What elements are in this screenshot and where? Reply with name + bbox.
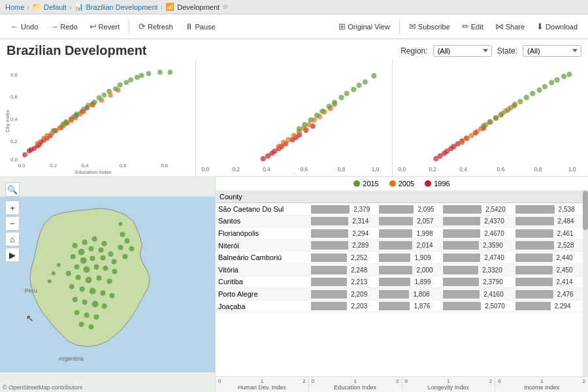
svg-text:0,0: 0,0 <box>10 157 18 163</box>
download-button[interactable]: ⬇ Download <box>531 19 583 34</box>
bar-cell-3: 2,294 <box>514 300 583 312</box>
footer-col-edu: 012 Education Index <box>309 377 402 392</box>
svg-point-30 <box>35 140 41 146</box>
svg-text:0,8: 0,8 <box>10 72 18 78</box>
svg-point-108 <box>363 79 368 84</box>
svg-point-191 <box>84 312 90 318</box>
title-filters-row: Brazilian Development Region: (All) Stat… <box>0 39 588 59</box>
state-label: State: <box>497 46 517 56</box>
svg-point-109 <box>372 73 377 78</box>
bar-cell-2: 2,3320 <box>442 263 514 276</box>
breadcrumb-default[interactable]: Default <box>44 3 67 11</box>
svg-point-181 <box>69 284 74 289</box>
bar-cell-1: 2,014 <box>378 239 442 252</box>
footer-label-lon: Longevity Index <box>405 384 493 391</box>
svg-point-55 <box>146 71 151 76</box>
svg-text:0,2: 0,2 <box>10 139 18 144</box>
svg-point-203 <box>118 222 122 226</box>
revert-button[interactable]: ↩ Revert <box>84 19 125 34</box>
favorite-icon[interactable]: ☆ <box>222 3 229 11</box>
table-row: Porto Alegre 2,209 1,808 2,4160 2,476 <box>216 288 583 301</box>
refresh-icon: ⟳ <box>139 22 146 31</box>
original-view-icon: ⊞ <box>338 22 346 31</box>
map-expand-button[interactable]: ▶ <box>5 248 20 262</box>
bar-cell-3: 2,440 <box>514 252 583 264</box>
bar-cell-3: 2,476 <box>514 288 583 301</box>
svg-point-183 <box>90 287 96 294</box>
subscribe-button[interactable]: ✉ Subscribe <box>404 19 455 34</box>
col-header-1 <box>310 191 378 203</box>
original-view-button[interactable]: ⊞ Original View <box>333 19 395 34</box>
svg-point-144 <box>530 91 535 96</box>
bar-cell-2: 2,3590 <box>442 239 514 252</box>
svg-point-162 <box>78 249 85 255</box>
page-title: Brazilian Development <box>7 43 147 58</box>
breadcrumb-home[interactable]: Home <box>5 3 24 11</box>
svg-point-202 <box>48 280 52 284</box>
svg-point-187 <box>82 299 88 304</box>
svg-point-151 <box>523 95 529 100</box>
svg-point-171 <box>74 265 80 270</box>
map-panel: 🔍 + − ⌂ ▶ Peru Argentina <box>0 177 216 392</box>
county-name: Santos <box>216 215 310 227</box>
bar-cell-2: 2,5420 <box>442 203 514 216</box>
svg-point-166 <box>71 254 76 259</box>
state-select[interactable]: (All) <box>523 45 581 57</box>
svg-point-49 <box>81 106 86 112</box>
svg-point-58 <box>63 119 69 124</box>
svg-point-12 <box>22 152 27 157</box>
map-home-button[interactable]: ⌂ <box>5 232 20 246</box>
footer-label-edu: Education Index <box>312 384 399 391</box>
scroll-thumb[interactable] <box>583 191 588 230</box>
svg-point-199 <box>122 254 127 259</box>
pause-button[interactable]: ⏸ Pause <box>180 19 221 34</box>
svg-point-164 <box>99 248 104 253</box>
svg-point-197 <box>129 246 134 252</box>
svg-point-158 <box>82 240 88 245</box>
svg-point-60 <box>86 103 91 108</box>
map-controls: 🔍 + − ⌂ ▶ <box>5 182 20 262</box>
bar-cell-3: 2,528 <box>514 239 583 252</box>
svg-point-59 <box>74 112 80 117</box>
svg-text:0,4: 0,4 <box>263 166 271 172</box>
bar-cell-1: 1,808 <box>378 288 442 301</box>
svg-point-28 <box>29 147 34 152</box>
svg-text:Longevity Index: Longevity Index <box>275 172 314 174</box>
svg-point-52 <box>113 86 118 91</box>
svg-point-174 <box>103 266 108 271</box>
svg-text:0,8: 0,8 <box>534 166 542 172</box>
breadcrumb-dashboard[interactable]: Brazilian Development <box>86 3 158 11</box>
scroll-track[interactable] <box>583 191 588 376</box>
data-table-wrapper[interactable]: County São Caetano Do Sul 2,379 <box>216 191 583 376</box>
svg-point-186 <box>73 297 78 302</box>
footer-col-hdi: 012 Human Dev. Index <box>216 377 309 392</box>
svg-point-96 <box>281 140 286 145</box>
svg-point-100 <box>332 99 337 105</box>
pause-icon: ⏸ <box>185 22 193 31</box>
map-search-button[interactable]: 🔍 <box>5 182 20 197</box>
bar-cell-0: 2,248 <box>310 263 378 276</box>
region-select[interactable]: (All) <box>433 45 492 57</box>
svg-point-200 <box>57 263 61 267</box>
breadcrumb-folder-icon: 📁 <box>32 3 41 11</box>
svg-point-176 <box>66 271 71 276</box>
svg-point-98 <box>308 117 314 122</box>
undo-button[interactable]: ← Undo <box>5 19 43 34</box>
bar-cell-1: 1,909 <box>378 252 442 264</box>
edit-button[interactable]: ✏ Edit <box>457 19 489 34</box>
bar-cell-0: 2,289 <box>310 239 378 252</box>
brazil-map-svg: Peru Argentina <box>0 177 215 392</box>
map-zoom-out-button[interactable]: − <box>5 216 20 231</box>
col-header-4 <box>514 191 583 203</box>
svg-point-128 <box>459 140 464 145</box>
refresh-button[interactable]: ⟳ Refresh <box>133 19 178 34</box>
redo-button[interactable]: → Redo <box>44 19 82 34</box>
svg-point-146 <box>554 77 559 82</box>
share-button[interactable]: ⋈ Share <box>490 19 530 34</box>
county-name: Porto Alegre <box>216 288 310 301</box>
table-row: Santos 2,314 2,057 2,4370 2,484 <box>216 215 583 227</box>
map-zoom-in-button[interactable]: + <box>5 201 20 215</box>
svg-point-152 <box>536 88 542 93</box>
svg-point-57 <box>167 70 172 75</box>
svg-text:0,2: 0,2 <box>429 166 436 172</box>
